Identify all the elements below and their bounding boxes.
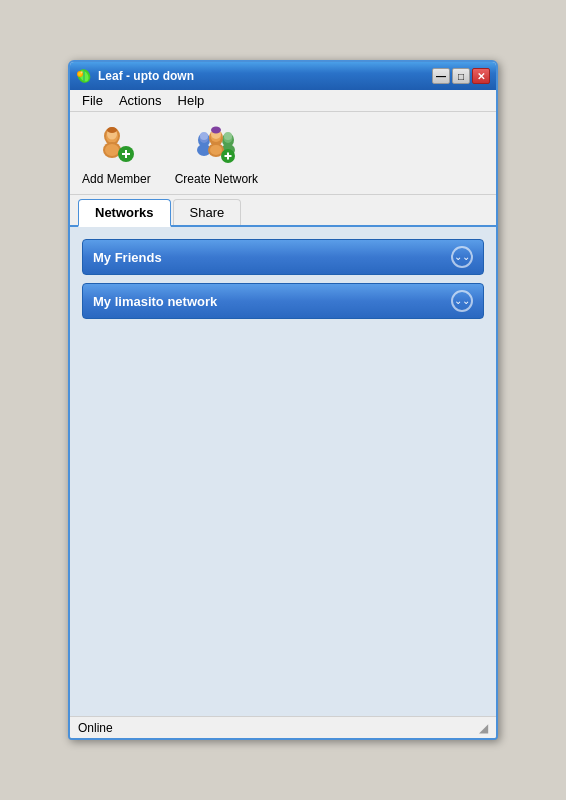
content-area: My Friends ⌄⌄ My limasito network ⌄⌄: [70, 227, 496, 716]
tab-share[interactable]: Share: [173, 199, 242, 225]
svg-point-28: [210, 145, 222, 155]
add-member-icon: [92, 120, 140, 168]
chevron-down-icon-my-friends: ⌄⌄: [451, 246, 473, 268]
chevron-down-icon-my-limasito: ⌄⌄: [451, 290, 473, 312]
close-button[interactable]: ✕: [472, 68, 490, 84]
window-controls: — □ ✕: [432, 68, 490, 84]
menu-actions[interactable]: Actions: [111, 91, 170, 110]
window-title: Leaf - upto down: [98, 69, 432, 83]
svg-point-21: [224, 132, 232, 140]
svg-point-9: [107, 127, 117, 133]
add-member-button[interactable]: Add Member: [82, 120, 151, 186]
status-text: Online: [78, 721, 113, 735]
app-icon: [76, 68, 92, 84]
svg-point-11: [105, 144, 119, 156]
title-bar: Leaf - upto down — □ ✕: [70, 62, 496, 90]
resize-handle[interactable]: ◢: [479, 721, 488, 735]
network-label-my-friends: My Friends: [93, 250, 451, 265]
create-network-label: Create Network: [175, 172, 258, 186]
svg-point-5: [81, 72, 83, 74]
menu-help[interactable]: Help: [170, 91, 213, 110]
tab-bar: Networks Share: [70, 195, 496, 227]
toolbar: Add Member: [70, 112, 496, 195]
network-item-my-friends[interactable]: My Friends ⌄⌄: [82, 239, 484, 275]
tab-networks[interactable]: Networks: [78, 199, 171, 227]
add-member-label: Add Member: [82, 172, 151, 186]
main-window: Leaf - upto down — □ ✕ File Actions Help: [68, 60, 498, 740]
network-item-my-limasito[interactable]: My limasito network ⌄⌄: [82, 283, 484, 319]
menu-bar: File Actions Help: [70, 90, 496, 112]
minimize-button[interactable]: —: [432, 68, 450, 84]
create-network-button[interactable]: Create Network: [175, 120, 258, 186]
svg-rect-31: [227, 153, 229, 160]
create-network-icon: [192, 120, 240, 168]
status-bar: Online ◢: [70, 716, 496, 738]
maximize-button[interactable]: □: [452, 68, 470, 84]
menu-file[interactable]: File: [74, 91, 111, 110]
svg-point-26: [211, 127, 221, 134]
svg-point-17: [200, 132, 208, 140]
svg-rect-14: [125, 150, 127, 158]
network-label-my-limasito: My limasito network: [93, 294, 451, 309]
